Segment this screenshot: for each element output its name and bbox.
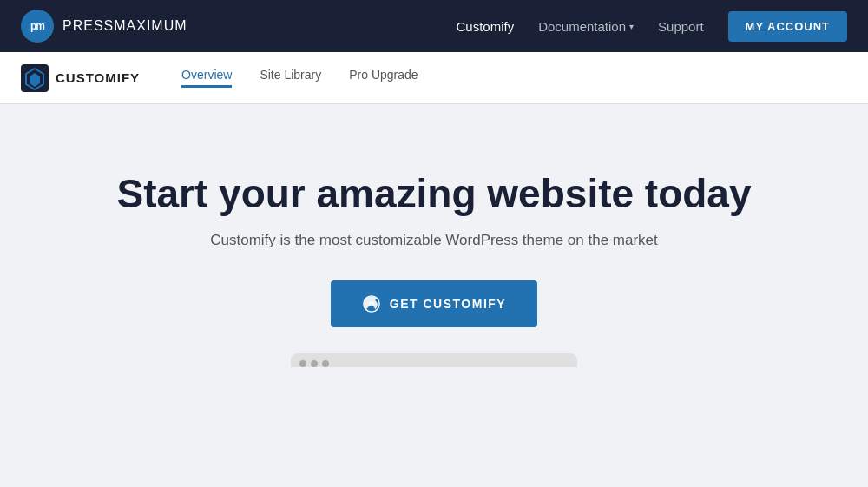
my-account-button[interactable]: MY ACCOUNT	[728, 11, 847, 42]
browser-dot-1	[299, 360, 306, 367]
secondary-navigation: CUSTOMIFY Overview Site Library Pro Upgr…	[0, 52, 868, 104]
wordpress-icon	[362, 294, 381, 313]
top-navigation: pm PRESSMAXIMUM Customify Documentation …	[0, 0, 868, 52]
tab-pro-upgrade[interactable]: Pro Upgrade	[349, 68, 418, 88]
hero-section: Start your amazing website today Customi…	[0, 104, 868, 399]
tab-overview[interactable]: Overview	[181, 68, 232, 88]
chevron-down-icon: ▾	[629, 22, 634, 31]
customify-brand-icon	[21, 64, 49, 92]
tab-site-library[interactable]: Site Library	[260, 68, 321, 88]
browser-dot-3	[322, 360, 329, 367]
nav-customify-link[interactable]: Customify	[456, 19, 514, 34]
brand-area: pm PRESSMAXIMUM	[21, 10, 187, 43]
nav-documentation-link[interactable]: Documentation ▾	[538, 19, 634, 34]
pm-logo: pm	[21, 10, 54, 43]
hero-title: Start your amazing website today	[116, 171, 751, 217]
get-customify-button[interactable]: GET CUSTOMIFY	[331, 280, 537, 327]
browser-mockup-wrapper	[291, 327, 577, 367]
top-nav-links: Customify Documentation ▾ Support MY ACC…	[456, 11, 847, 42]
brand-name: PRESSMAXIMUM	[62, 18, 187, 34]
svg-point-4	[369, 302, 374, 307]
browser-dot-2	[311, 360, 318, 367]
nav-support-link[interactable]: Support	[658, 19, 704, 34]
customify-logo: CUSTOMIFY	[21, 64, 140, 92]
hero-subtitle: Customify is the most customizable WordP…	[210, 232, 658, 249]
browser-mockup	[291, 353, 577, 367]
